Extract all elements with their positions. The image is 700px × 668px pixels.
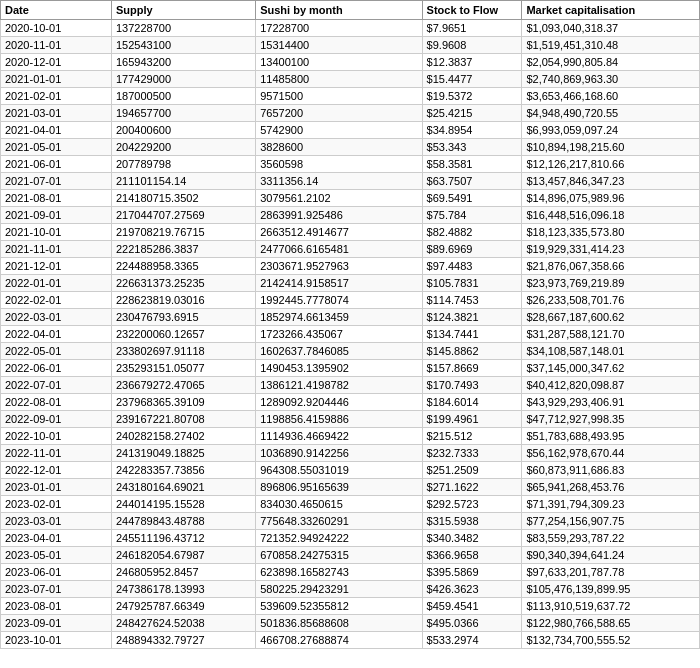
cell-sushi: 501836.85688608	[256, 615, 422, 632]
cell-date: 2023-10-01	[1, 632, 112, 649]
table-row: 2021-06-012077897983560598$58.3581$12,12…	[1, 156, 700, 173]
cell-sushi: 670858.24275315	[256, 547, 422, 564]
cell-stf: $82.4882	[422, 224, 522, 241]
col-sushi: Sushi by month	[256, 1, 422, 20]
cell-sushi: 2863991.925486	[256, 207, 422, 224]
cell-mktcap: $19,929,331,414.23	[522, 241, 700, 258]
cell-mktcap: $47,712,927,998.35	[522, 411, 700, 428]
cell-supply: 152543100	[111, 37, 255, 54]
cell-date: 2023-08-01	[1, 598, 112, 615]
cell-date: 2023-04-01	[1, 530, 112, 547]
cell-stf: $105.7831	[422, 275, 522, 292]
cell-mktcap: $56,162,978,670.44	[522, 445, 700, 462]
cell-date: 2022-05-01	[1, 343, 112, 360]
cell-stf: $12.3837	[422, 54, 522, 71]
cell-date: 2021-01-01	[1, 71, 112, 88]
cell-stf: $533.2974	[422, 632, 522, 649]
cell-stf: $395.5869	[422, 564, 522, 581]
cell-mktcap: $60,873,911,686.83	[522, 462, 700, 479]
cell-supply: 200400600	[111, 122, 255, 139]
table-row: 2023-02-01244014195.15528834030.4650615$…	[1, 496, 700, 513]
table-row: 2021-08-01214180715.35023079561.2102$69.…	[1, 190, 700, 207]
cell-mktcap: $90,340,394,641.24	[522, 547, 700, 564]
cell-date: 2022-03-01	[1, 309, 112, 326]
cell-mktcap: $43,929,293,406.91	[522, 394, 700, 411]
cell-date: 2022-07-01	[1, 377, 112, 394]
cell-stf: $184.6014	[422, 394, 522, 411]
cell-date: 2020-10-01	[1, 20, 112, 37]
table-row: 2023-08-01247925787.66349539609.52355812…	[1, 598, 700, 615]
cell-sushi: 721352.94924222	[256, 530, 422, 547]
header-row: Date Supply Sushi by month Stock to Flow…	[1, 1, 700, 20]
table-row: 2023-06-01246805952.8457623898.16582743$…	[1, 564, 700, 581]
cell-mktcap: $31,287,588,121.70	[522, 326, 700, 343]
cell-supply: 233802697.91118	[111, 343, 255, 360]
table-row: 2022-06-01235293151.050771490453.1395902…	[1, 360, 700, 377]
table-row: 2022-10-01240282158.274021114936.4669422…	[1, 428, 700, 445]
cell-sushi: 623898.16582743	[256, 564, 422, 581]
cell-date: 2022-08-01	[1, 394, 112, 411]
cell-mktcap: $113,910,519,637.72	[522, 598, 700, 615]
cell-stf: $366.9658	[422, 547, 522, 564]
table-row: 2023-05-01246182054.67987670858.24275315…	[1, 547, 700, 564]
table-row: 2021-03-011946577007657200$25.4215$4,948…	[1, 105, 700, 122]
cell-date: 2022-04-01	[1, 326, 112, 343]
table-row: 2021-04-012004006005742900$34.8954$6,993…	[1, 122, 700, 139]
table-row: 2020-11-0115254310015314400$9.9608$1,519…	[1, 37, 700, 54]
cell-date: 2022-02-01	[1, 292, 112, 309]
cell-date: 2022-10-01	[1, 428, 112, 445]
cell-supply: 247925787.66349	[111, 598, 255, 615]
cell-stf: $251.2509	[422, 462, 522, 479]
cell-supply: 236679272.47065	[111, 377, 255, 394]
cell-sushi: 2303671.9527963	[256, 258, 422, 275]
cell-sushi: 580225.29423291	[256, 581, 422, 598]
cell-supply: 247386178.13993	[111, 581, 255, 598]
cell-sushi: 775648.33260291	[256, 513, 422, 530]
cell-date: 2020-11-01	[1, 37, 112, 54]
cell-sushi: 3079561.2102	[256, 190, 422, 207]
cell-stf: $315.5938	[422, 513, 522, 530]
cell-stf: $9.9608	[422, 37, 522, 54]
cell-mktcap: $21,876,067,358.66	[522, 258, 700, 275]
cell-date: 2023-09-01	[1, 615, 112, 632]
cell-date: 2021-12-01	[1, 258, 112, 275]
cell-supply: 248427624.52038	[111, 615, 255, 632]
cell-stf: $232.7333	[422, 445, 522, 462]
cell-sushi: 2477066.6165481	[256, 241, 422, 258]
cell-sushi: 3311356.14	[256, 173, 422, 190]
cell-stf: $134.7441	[422, 326, 522, 343]
cell-stf: $97.4483	[422, 258, 522, 275]
cell-date: 2022-06-01	[1, 360, 112, 377]
table-body: 2020-10-0113722870017228700$7.9651$1,093…	[1, 20, 700, 649]
cell-date: 2022-11-01	[1, 445, 112, 462]
cell-supply: 230476793.6915	[111, 309, 255, 326]
cell-stf: $114.7453	[422, 292, 522, 309]
cell-sushi: 1289092.9204446	[256, 394, 422, 411]
cell-mktcap: $122,980,766,588.65	[522, 615, 700, 632]
cell-sushi: 1198856.4159886	[256, 411, 422, 428]
cell-stf: $53.343	[422, 139, 522, 156]
cell-sushi: 466708.27688874	[256, 632, 422, 649]
cell-sushi: 834030.4650615	[256, 496, 422, 513]
cell-stf: $19.5372	[422, 88, 522, 105]
cell-mktcap: $2,740,869,963.30	[522, 71, 700, 88]
cell-supply: 244014195.15528	[111, 496, 255, 513]
cell-supply: 239167221.80708	[111, 411, 255, 428]
cell-date: 2021-07-01	[1, 173, 112, 190]
cell-date: 2021-02-01	[1, 88, 112, 105]
cell-stf: $58.3581	[422, 156, 522, 173]
cell-mktcap: $4,948,490,720.55	[522, 105, 700, 122]
cell-stf: $292.5723	[422, 496, 522, 513]
cell-date: 2023-01-01	[1, 479, 112, 496]
cell-sushi: 1386121.4198782	[256, 377, 422, 394]
col-supply: Supply	[111, 1, 255, 20]
cell-supply: 246182054.67987	[111, 547, 255, 564]
cell-date: 2021-05-01	[1, 139, 112, 156]
table-row: 2022-04-01232200060.126571723266.435067$…	[1, 326, 700, 343]
cell-date: 2022-12-01	[1, 462, 112, 479]
cell-sushi: 2663512.4914677	[256, 224, 422, 241]
table-row: 2021-12-01224488958.33652303671.9527963$…	[1, 258, 700, 275]
cell-supply: 232200060.12657	[111, 326, 255, 343]
cell-supply: 194657700	[111, 105, 255, 122]
cell-mktcap: $97,633,201,787.78	[522, 564, 700, 581]
